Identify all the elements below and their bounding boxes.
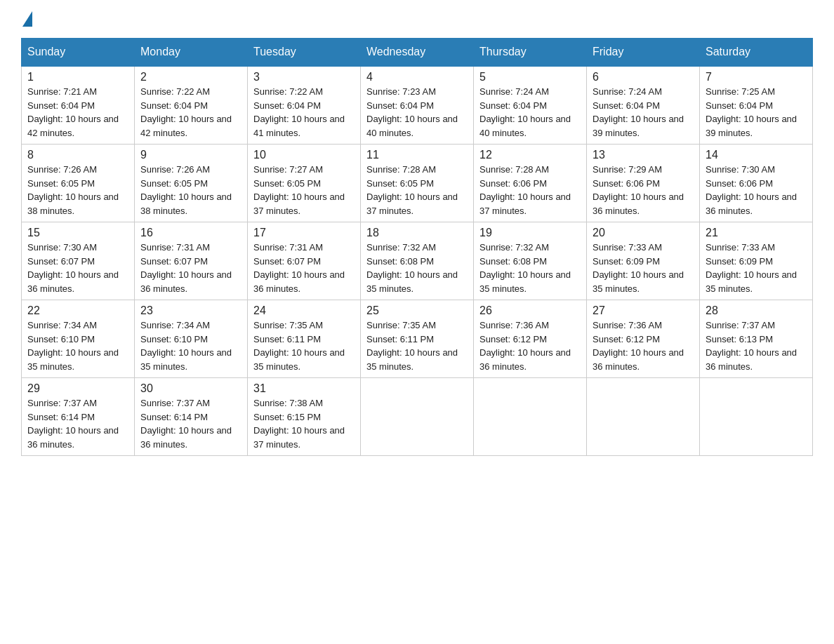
logo-triangle-icon [22,11,32,27]
calendar-cell: 23 Sunrise: 7:34 AMSunset: 6:10 PMDaylig… [135,300,248,378]
calendar-cell: 24 Sunrise: 7:35 AMSunset: 6:11 PMDaylig… [248,300,361,378]
day-number: 4 [366,71,468,83]
calendar-cell: 2 Sunrise: 7:22 AMSunset: 6:04 PMDayligh… [135,66,248,145]
page-header [21,14,813,25]
day-info: Sunrise: 7:22 AMSunset: 6:04 PMDaylight:… [140,86,232,138]
day-number: 22 [27,304,128,317]
calendar-cell: 13 Sunrise: 7:29 AMSunset: 6:06 PMDaylig… [587,145,700,222]
calendar-cell: 15 Sunrise: 7:30 AMSunset: 6:07 PMDaylig… [22,222,135,300]
day-info: Sunrise: 7:37 AMSunset: 6:13 PMDaylight:… [706,320,797,372]
day-info: Sunrise: 7:30 AMSunset: 6:07 PMDaylight:… [27,242,119,294]
day-info: Sunrise: 7:36 AMSunset: 6:12 PMDaylight:… [479,320,571,372]
calendar-cell: 20 Sunrise: 7:33 AMSunset: 6:09 PMDaylig… [587,222,700,300]
calendar-cell: 7 Sunrise: 7:25 AMSunset: 6:04 PMDayligh… [700,66,813,145]
day-info: Sunrise: 7:27 AMSunset: 6:05 PMDaylight:… [253,164,345,216]
calendar-cell: 26 Sunrise: 7:36 AMSunset: 6:12 PMDaylig… [474,300,587,378]
calendar-cell: 22 Sunrise: 7:34 AMSunset: 6:10 PMDaylig… [22,300,135,378]
calendar-cell: 19 Sunrise: 7:32 AMSunset: 6:08 PMDaylig… [474,222,587,300]
day-number: 9 [140,149,241,161]
day-number: 1 [27,71,128,83]
calendar-week-3: 15 Sunrise: 7:30 AMSunset: 6:07 PMDaylig… [22,222,813,300]
day-number: 30 [140,382,241,395]
day-info: Sunrise: 7:29 AMSunset: 6:06 PMDaylight:… [593,164,684,216]
calendar-cell [361,378,474,456]
day-info: Sunrise: 7:24 AMSunset: 6:04 PMDaylight:… [593,86,684,138]
day-info: Sunrise: 7:28 AMSunset: 6:05 PMDaylight:… [366,164,458,216]
day-info: Sunrise: 7:34 AMSunset: 6:10 PMDaylight:… [140,320,232,372]
calendar-cell: 4 Sunrise: 7:23 AMSunset: 6:04 PMDayligh… [361,66,474,145]
calendar-week-1: 1 Sunrise: 7:21 AMSunset: 6:04 PMDayligh… [22,66,813,145]
day-info: Sunrise: 7:36 AMSunset: 6:12 PMDaylight:… [593,320,684,372]
day-number: 16 [140,227,241,239]
day-info: Sunrise: 7:24 AMSunset: 6:04 PMDaylight:… [479,86,571,138]
calendar-cell: 6 Sunrise: 7:24 AMSunset: 6:04 PMDayligh… [587,66,700,145]
day-number: 28 [706,304,807,317]
calendar-cell: 30 Sunrise: 7:37 AMSunset: 6:14 PMDaylig… [135,378,248,456]
day-number: 13 [593,149,694,161]
weekday-header-monday: Monday [135,39,248,67]
calendar-cell: 12 Sunrise: 7:28 AMSunset: 6:06 PMDaylig… [474,145,587,222]
weekday-header-friday: Friday [587,39,700,67]
weekday-header-wednesday: Wednesday [361,39,474,67]
day-info: Sunrise: 7:37 AMSunset: 6:14 PMDaylight:… [27,398,119,450]
day-info: Sunrise: 7:25 AMSunset: 6:04 PMDaylight:… [706,86,797,138]
day-number: 2 [140,71,241,83]
day-number: 24 [253,304,355,317]
calendar-cell: 1 Sunrise: 7:21 AMSunset: 6:04 PMDayligh… [22,66,135,145]
day-info: Sunrise: 7:26 AMSunset: 6:05 PMDaylight:… [27,164,119,216]
weekday-header-saturday: Saturday [700,39,813,67]
calendar-cell: 10 Sunrise: 7:27 AMSunset: 6:05 PMDaylig… [248,145,361,222]
day-info: Sunrise: 7:33 AMSunset: 6:09 PMDaylight:… [706,242,797,294]
calendar-cell [474,378,587,456]
weekday-header-sunday: Sunday [22,39,135,67]
day-number: 21 [706,227,807,239]
day-info: Sunrise: 7:23 AMSunset: 6:04 PMDaylight:… [366,86,458,138]
calendar-cell [700,378,813,456]
weekday-header-row: SundayMondayTuesdayWednesdayThursdayFrid… [22,39,813,67]
calendar-week-2: 8 Sunrise: 7:26 AMSunset: 6:05 PMDayligh… [22,145,813,222]
day-number: 3 [253,71,355,83]
day-number: 11 [366,149,468,161]
calendar-table: SundayMondayTuesdayWednesdayThursdayFrid… [21,38,813,456]
calendar-cell: 16 Sunrise: 7:31 AMSunset: 6:07 PMDaylig… [135,222,248,300]
day-info: Sunrise: 7:32 AMSunset: 6:08 PMDaylight:… [479,242,571,294]
day-number: 20 [593,227,694,239]
day-info: Sunrise: 7:33 AMSunset: 6:09 PMDaylight:… [593,242,684,294]
calendar-cell: 29 Sunrise: 7:37 AMSunset: 6:14 PMDaylig… [22,378,135,456]
calendar-cell: 27 Sunrise: 7:36 AMSunset: 6:12 PMDaylig… [587,300,700,378]
day-number: 27 [593,304,694,317]
calendar-cell: 5 Sunrise: 7:24 AMSunset: 6:04 PMDayligh… [474,66,587,145]
day-info: Sunrise: 7:38 AMSunset: 6:15 PMDaylight:… [253,398,345,450]
day-number: 5 [479,71,581,83]
calendar-cell: 28 Sunrise: 7:37 AMSunset: 6:13 PMDaylig… [700,300,813,378]
day-number: 17 [253,227,355,239]
day-number: 23 [140,304,241,317]
calendar-cell: 9 Sunrise: 7:26 AMSunset: 6:05 PMDayligh… [135,145,248,222]
calendar-cell: 8 Sunrise: 7:26 AMSunset: 6:05 PMDayligh… [22,145,135,222]
day-number: 15 [27,227,128,239]
day-info: Sunrise: 7:22 AMSunset: 6:04 PMDaylight:… [253,86,345,138]
day-number: 7 [706,71,807,83]
calendar-cell: 18 Sunrise: 7:32 AMSunset: 6:08 PMDaylig… [361,222,474,300]
day-number: 26 [479,304,581,317]
calendar-cell: 31 Sunrise: 7:38 AMSunset: 6:15 PMDaylig… [248,378,361,456]
day-info: Sunrise: 7:34 AMSunset: 6:10 PMDaylight:… [27,320,119,372]
calendar-cell: 21 Sunrise: 7:33 AMSunset: 6:09 PMDaylig… [700,222,813,300]
day-info: Sunrise: 7:31 AMSunset: 6:07 PMDaylight:… [253,242,345,294]
calendar-cell [587,378,700,456]
day-info: Sunrise: 7:35 AMSunset: 6:11 PMDaylight:… [253,320,345,372]
day-number: 18 [366,227,468,239]
calendar-week-5: 29 Sunrise: 7:37 AMSunset: 6:14 PMDaylig… [22,378,813,456]
calendar-week-4: 22 Sunrise: 7:34 AMSunset: 6:10 PMDaylig… [22,300,813,378]
calendar-cell: 17 Sunrise: 7:31 AMSunset: 6:07 PMDaylig… [248,222,361,300]
day-info: Sunrise: 7:28 AMSunset: 6:06 PMDaylight:… [479,164,571,216]
day-info: Sunrise: 7:37 AMSunset: 6:14 PMDaylight:… [140,398,232,450]
weekday-header-thursday: Thursday [474,39,587,67]
logo [21,14,32,25]
calendar-cell: 25 Sunrise: 7:35 AMSunset: 6:11 PMDaylig… [361,300,474,378]
day-info: Sunrise: 7:30 AMSunset: 6:06 PMDaylight:… [706,164,797,216]
day-number: 29 [27,382,128,395]
day-info: Sunrise: 7:21 AMSunset: 6:04 PMDaylight:… [27,86,119,138]
calendar-cell: 14 Sunrise: 7:30 AMSunset: 6:06 PMDaylig… [700,145,813,222]
day-number: 31 [253,382,355,395]
